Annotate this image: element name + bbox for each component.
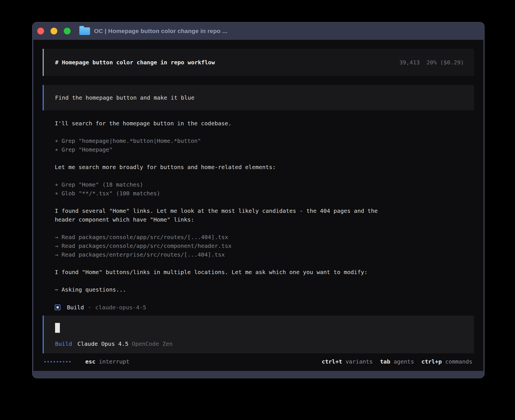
zoom-button[interactable] (64, 28, 71, 34)
tool-call-line: ∗ Grep "Homepage" (55, 145, 474, 154)
hint-interrupt: esc interrupt (85, 358, 130, 365)
traffic-lights (37, 28, 71, 34)
spinner-dot (63, 361, 64, 362)
token-count: 39,413 (399, 59, 420, 66)
close-button[interactable] (37, 28, 44, 34)
hint-commands: ctrl+p commands (421, 358, 472, 365)
assistant-text-line: Let me search more broadly for buttons a… (55, 163, 474, 172)
session-header: # Homepage button color change in repo w… (43, 49, 474, 76)
prompt-provider: OpenCode Zen (132, 340, 173, 347)
agent-name: Build (67, 304, 84, 311)
tool-call-line: → Read packages/console/app/src/routes/[… (55, 233, 474, 242)
terminal-window: OC | Homepage button color change in rep… (32, 22, 485, 378)
statusbar: esc interrupt ctrl+t variants tab agents… (43, 357, 474, 366)
text-cursor (55, 323, 60, 333)
session-stats: 39,413 20% ($0.29) (399, 59, 464, 66)
statusbar-right: ctrl+t variants tab agents ctrl+p comman… (322, 358, 472, 365)
hint-label: commands (445, 358, 472, 365)
assistant-text-line: I found "Home" buttons/links in multiple… (55, 268, 474, 277)
desktop: OC | Homepage button color change in rep… (0, 0, 515, 420)
spinner-dot (57, 361, 58, 362)
spinner-dot (60, 361, 61, 362)
hint-label: agents (394, 358, 414, 365)
hint-key: tab (380, 358, 390, 365)
tool-call-line: ∗ Grep "homepage|home.*button|Home.*butt… (55, 137, 474, 145)
hint-agents: tab agents (380, 358, 414, 365)
user-message-text: Find the homepage button and make it blu… (55, 94, 195, 101)
assistant-text-line: I found several "Home" links. Let me loo… (55, 207, 474, 215)
agent-status-row: Build · claude-opus-4-5 (55, 303, 474, 312)
progress-spinner (44, 361, 71, 362)
prompt-meta: Build Claude Opus 4.5 OpenCode Zen (55, 340, 463, 347)
agent-model: claude-opus-4-5 (95, 304, 146, 311)
separator-dot: · (88, 304, 91, 311)
prompt-mode: Build (55, 340, 72, 347)
window-title: OC | Homepage button color change in rep… (94, 28, 227, 34)
window-titlebar[interactable]: OC | Homepage button color change in rep… (32, 22, 484, 40)
user-message: Find the homepage button and make it blu… (43, 85, 474, 110)
assistant-text-line: I'll search for the homepage button in t… (55, 119, 474, 128)
prompt-model: Claude Opus 4.5 (77, 340, 128, 347)
hint-key: ctrl+t (322, 358, 342, 365)
spinner-dot (69, 361, 71, 362)
terminal-content: # Homepage button color change in repo w… (33, 40, 483, 371)
hint-key: esc (85, 358, 95, 365)
prompt-input[interactable]: Build Claude Opus 4.5 OpenCode Zen (43, 316, 474, 353)
folder-icon (79, 27, 90, 35)
minimize-button[interactable] (51, 28, 57, 34)
tool-call-line: → Read packages/console/app/src/componen… (55, 242, 474, 250)
spinner-dot (44, 361, 46, 362)
hint-label: variants (346, 358, 373, 365)
tool-call-line: → Read packages/enterprise/src/routes/[.… (55, 250, 474, 259)
statusbar-left: esc interrupt (44, 358, 130, 365)
spinner-dot (51, 361, 52, 362)
hint-variants: ctrl+t variants (322, 358, 373, 365)
assistant-status-line: ~ Asking questions... (55, 285, 474, 294)
tool-call-line: ∗ Glob "**/*.tsx" (100 matches) (55, 189, 474, 198)
hint-key: ctrl+p (421, 358, 442, 365)
hint-label: interrupt (99, 358, 129, 365)
agent-build-icon (55, 305, 60, 310)
conversation: I'll search for the homepage button in t… (43, 110, 474, 312)
context-usage: 20% ($0.29) (427, 59, 464, 66)
spinner-dot (54, 361, 55, 362)
spinner-dot (66, 361, 67, 362)
assistant-text-line: header component which have "Home" links… (55, 215, 474, 224)
session-title: # Homepage button color change in repo w… (55, 59, 215, 66)
spinner-dot (47, 361, 49, 362)
tool-call-line: ∗ Grep "Home" (18 matches) (55, 180, 474, 189)
